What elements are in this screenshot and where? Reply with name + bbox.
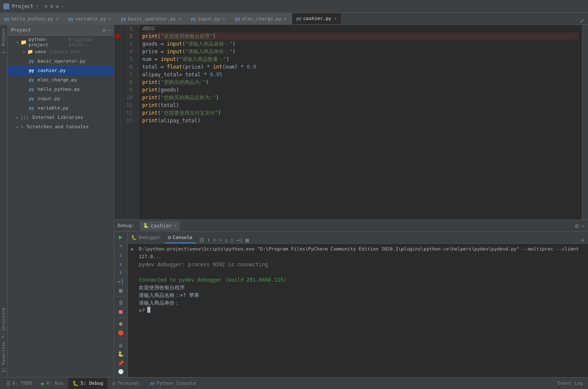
tab-close[interactable]: × (55, 16, 59, 22)
run-cursor-console-btn[interactable]: →| (236, 237, 243, 243)
bottom-tab-debug[interactable]: 🐛 5: Debug (68, 378, 107, 389)
line-num-12: 12 (121, 109, 135, 117)
py-file-icon: py (29, 96, 34, 101)
step-over-console-btn[interactable]: ↷ (219, 237, 222, 243)
restore-layout-btn[interactable]: 🐍 (116, 351, 126, 358)
evaluate-btn[interactable]: ▦ (116, 286, 126, 294)
minimize-btn[interactable]: − (61, 3, 64, 9)
scroll-down-btn[interactable]: ⬇ (213, 237, 216, 243)
console-input-line[interactable]: >? (131, 307, 585, 314)
mute-breakpoints-btn[interactable]: 🔴 (116, 329, 126, 337)
tab-close[interactable]: × (222, 16, 226, 22)
debug-icon-bottom: 🐛 (72, 380, 79, 386)
tree-item-cashier[interactable]: py cashier.py (8, 66, 114, 75)
run-to-cursor-btn[interactable]: →| (116, 278, 126, 285)
gutter-line-8 (114, 78, 120, 86)
editor-expand-btn[interactable]: ⤢ (576, 17, 588, 24)
bottom-tab-run[interactable]: ▶ 4: Run (37, 378, 67, 389)
line-numbers: 1 2 3 4 5 6 7 8 9 10 11 12 13 (121, 25, 139, 219)
tab-variable[interactable]: py variable.py × (64, 13, 117, 24)
event-log-btn[interactable]: Event Log (554, 380, 586, 386)
tab-close[interactable]: × (178, 16, 182, 22)
panel-header: Project ⚙ − (8, 25, 114, 36)
gutter-breakpoint-2[interactable] (114, 32, 120, 40)
tab-close-cashier[interactable]: × (333, 16, 337, 21)
bottom-tab-terminal[interactable]: ⊡ Terminal (108, 378, 144, 389)
close-debug-tab[interactable]: × (174, 223, 176, 228)
venv-suffix: library root (50, 49, 80, 54)
debug-settings-btn[interactable]: ⚙ (116, 342, 126, 349)
separator (117, 296, 125, 297)
tab-cashier[interactable]: py cashier.py × (292, 13, 342, 24)
tree-item-input[interactable]: py input.py (8, 94, 114, 103)
panel-minimize-btn[interactable]: − (107, 27, 110, 33)
tab-label: input.py (198, 16, 220, 22)
step-into-btn[interactable]: ↓ (116, 251, 126, 258)
table-view-btn[interactable]: ▦ (246, 237, 249, 243)
cursor (147, 307, 150, 313)
code-editor[interactable]: #BUG print("欢迎使用收银台程序") goods = input("请… (139, 25, 582, 219)
clear-console-btn[interactable]: ☰ (199, 237, 204, 243)
bottom-tab-python-console[interactable]: ≫ Python Console (145, 378, 201, 389)
tree-item-basic-operator[interactable]: py basic_operator.py (8, 56, 114, 66)
console-goods-text: 请输入商品名称：>? 苹果 (139, 291, 199, 299)
gutter-line-13 (114, 117, 120, 124)
step-over-btn[interactable]: ↷ (116, 242, 126, 250)
tab-console[interactable]: ⊡ Console (165, 232, 196, 243)
resume-btn[interactable]: ▶ (116, 233, 126, 241)
console-expand-btn[interactable]: ⇱ (581, 237, 588, 243)
tree-item-hello-python[interactable]: py hello_python.py (8, 84, 114, 94)
line-num-9: 9 (121, 86, 135, 94)
pin-btn[interactable]: 📌 (116, 360, 126, 367)
history-btn[interactable]: 🕐 (116, 368, 126, 375)
tree-item-scratches[interactable]: ▸ ✎ Scratches and Consoles (8, 122, 114, 131)
add-tab-btn[interactable]: ⊕ (45, 3, 48, 9)
step-out-console-btn[interactable]: ↑ (230, 237, 234, 243)
pause-btn[interactable]: ⏸ (116, 299, 126, 306)
tab-hello-python[interactable]: py hello_python.py × (0, 13, 64, 24)
step-out-btn[interactable]: ↑ (116, 269, 126, 276)
tab-close[interactable]: × (283, 16, 287, 22)
tree-item-variable[interactable]: py variable.py (8, 103, 114, 112)
venv-label: venv (35, 49, 46, 55)
tab-basic-operator[interactable]: py basic_operator.py × (117, 13, 186, 24)
bottom-tab-todo[interactable]: ☰ 6: TODO (2, 378, 36, 389)
sidebar-tab-structure[interactable]: 7: Structure (0, 304, 7, 342)
tab-elec-charge[interactable]: py elec_charge.py × (231, 13, 292, 24)
library-icon: ||| (20, 115, 29, 120)
sidebar-tab-project[interactable]: 1: Project (0, 25, 7, 57)
console-output: ▶ D:\python-project\venv\Scripts\python.… (128, 244, 588, 377)
tab-close[interactable]: × (108, 16, 112, 22)
breakpoint-dot[interactable] (115, 34, 120, 38)
py-icon: py (4, 17, 9, 21)
external-libraries-label: External Libraries (32, 115, 83, 120)
chevron-right-icon: ▸ (16, 115, 19, 120)
tree-item-external-libraries[interactable]: ▸ ||| External Libraries (8, 112, 114, 122)
scroll-up-btn[interactable]: ⬆ (207, 237, 210, 243)
tab-input[interactable]: py input.py × (186, 13, 231, 24)
dropdown-icon[interactable]: ▾ (36, 4, 39, 9)
minimize-debug-btn[interactable]: − (581, 222, 585, 229)
terminal-icon: ⊡ (112, 380, 115, 386)
layout-btn[interactable]: ⊞ (50, 3, 53, 9)
sidebar-tab-favorites[interactable]: 2: Favorites (1, 342, 6, 374)
project-label[interactable]: Project (12, 3, 34, 9)
tab-debugger[interactable]: 🐛 Debugger (128, 232, 165, 243)
tree-item-python-project[interactable]: ▾ 📁 python-project D:\python-projec... (8, 37, 114, 47)
settings-icon[interactable]: ⚙ (575, 222, 578, 229)
stop-btn[interactable]: ■ (116, 308, 126, 315)
force-step-into-btn[interactable]: ⇓ (116, 260, 126, 267)
console-tabs: 🐛 Debugger ⊡ Console ☰ ⬆ ⬇ ↷ (128, 232, 588, 244)
cog-icon[interactable]: ⚙ (103, 27, 106, 33)
settings-btn[interactable]: ⚙ (56, 3, 59, 9)
debug-session-tab[interactable]: 🐍 cashier × (140, 221, 180, 231)
file-label: hello_python.py (37, 86, 80, 92)
step-into-console-btn[interactable]: ↓ (224, 237, 228, 243)
chevron-right-icon: ▸ (23, 49, 26, 54)
view-breakpoints-btn[interactable]: ⊕ (116, 320, 126, 328)
tree-item-venv[interactable]: ▸ 📁 venv library root (8, 47, 114, 56)
main-area: 1: Project 7: Structure 2: Favorites Pro… (0, 25, 588, 377)
project-name: python-project (29, 37, 65, 48)
code-line-1: #BUG (142, 25, 579, 32)
tree-item-elec-charge[interactable]: py elec_charge.py (8, 75, 114, 84)
